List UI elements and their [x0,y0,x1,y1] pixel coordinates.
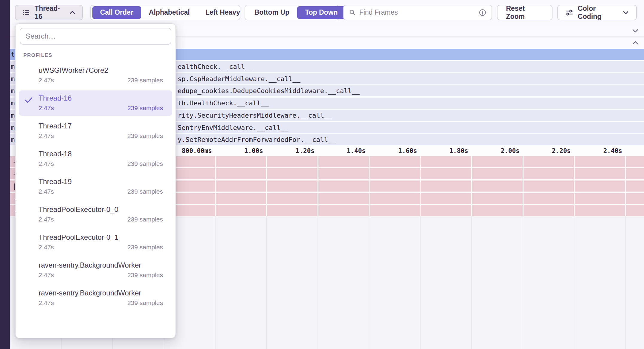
time-gridline [420,156,421,216]
color-coding-label: Color Coding [578,4,618,21]
dropdown-search-placeholder: Search… [26,32,56,40]
profile-name: ThreadPoolExecutor-0_0 [39,205,118,213]
collapse-section-chevron-up-icon[interactable] [631,38,640,47]
axis-tick: 2.40s [574,147,622,154]
profile-item-threadpoolexecutor-0-1[interactable]: ThreadPoolExecutor-0_1 2.47s 239 samples [19,230,172,255]
profile-item-thread-16[interactable]: Thread-16 2.47s 239 samples [19,90,172,116]
profile-name: raven-sentry.BackgroundWorker [39,289,141,297]
find-frames-placeholder: Find Frames [359,8,476,16]
check-placeholder [24,66,39,84]
thread-selector-dropdown: Search… PROFILES uWSGIWorker7Core2 2.47s… [15,23,176,338]
profile-samples: 239 samples [127,160,163,167]
frame-text-fragment: m [11,73,15,84]
frame-label: edupe_cookies.DedupeCookiesMiddleware.__… [178,85,360,96]
time-gridline [318,216,318,349]
time-gridline [266,156,267,216]
expand-section-chevron-down-icon[interactable] [631,26,640,35]
profile-duration: 2.47s [39,104,54,112]
frame-label: sp.CspHeaderMiddleware.__call__ [178,73,300,84]
time-gridline [471,156,472,216]
check-placeholder [24,289,39,306]
profile-name: uWSGIWorker7Core2 [39,66,108,74]
profile-name: Thread-17 [39,122,72,130]
axis-tick: 1.80s [420,147,468,154]
profiles-list: uWSGIWorker7Core2 2.47s 239 samples Thre… [16,61,176,311]
sort-option-call-order[interactable]: Call Order [92,6,141,19]
profile-item-thread-19[interactable]: Thread-19 2.47s 239 samples [19,174,172,199]
profile-samples: 239 samples [127,132,163,139]
profile-duration: 2.47s [39,188,54,195]
profile-item-threadpoolexecutor-0-0[interactable]: ThreadPoolExecutor-0_0 2.47s 239 samples [19,202,172,227]
profile-name: Thread-19 [39,177,72,186]
time-gridline [369,216,369,349]
frame-label: rity.SecurityHeadersMiddleware.__call__ [178,110,332,121]
axis-tick: 1.20s [267,147,315,154]
sliders-icon [564,8,574,17]
reset-zoom-label: Reset Zoom [506,4,544,21]
profile-duration: 2.47s [39,271,54,279]
time-gridline [625,216,626,349]
profile-item-uwsgiworker7core2[interactable]: uWSGIWorker7Core2 2.47s 239 samples [19,63,172,88]
frame-text-fragment: t [11,49,15,60]
profile-samples: 239 samples [127,271,163,279]
check-placeholder [24,122,39,139]
time-gridline [215,156,216,216]
color-coding-button[interactable]: Color Coding [557,5,637,20]
direction-option-bottom-up[interactable]: Bottom Up [247,6,297,19]
axis-tick: 2.00s [472,147,520,154]
profile-samples: 239 samples [127,216,163,223]
frame-label: ealthCheck.__call__ [178,61,253,72]
profile-duration: 2.47s [39,216,54,223]
frame-text-fragment: m [11,134,15,145]
profile-duration: 2.47s [39,299,54,306]
thread-selector-label: Thread-16 [35,4,64,21]
frame-text-fragment: m [11,85,15,96]
profile-name: raven-sentry.BackgroundWorker [39,261,141,269]
direction-segmented-control: Bottom Up Top Down [245,5,339,20]
dropdown-search-input[interactable]: Search… [20,28,171,45]
frame-text-fragment: m [11,122,15,133]
profile-duration: 2.47s [39,77,54,84]
check-placeholder [24,150,39,167]
profile-name: Thread-16 [39,94,72,102]
time-gridline [523,216,523,349]
list-icon [22,8,30,17]
search-icon [349,9,356,16]
profile-name: Thread-18 [39,150,72,158]
sort-option-alphabetical[interactable]: Alphabetical [141,6,198,19]
flamegraph-toolbar: Thread-16 Call Order Alphabetical Left H… [10,0,644,25]
app-sidebar-strip [0,0,10,349]
profile-item-raven-sentry-backgroundworker-2[interactable]: raven-sentry.BackgroundWorker 2.47s 239 … [19,285,172,311]
frame-label: SentryEnvMiddleware.__call__ [178,122,289,133]
chevron-down-icon [622,9,630,16]
reset-zoom-button[interactable]: Reset Zoom [497,5,553,20]
find-frames-input[interactable]: Find Frames [343,5,492,20]
axis-tick: 1.60s [369,147,417,154]
profiles-section-label: PROFILES [23,52,168,58]
chevron-up-icon [68,9,76,16]
axis-tick: 1.40s [318,147,366,154]
profile-samples: 239 samples [127,244,163,251]
profile-item-thread-18[interactable]: Thread-18 2.47s 239 samples [19,146,172,172]
time-gridline [420,216,421,349]
time-gridline [318,156,318,216]
profile-duration: 2.47s [39,160,54,167]
time-gridline [523,156,524,216]
profile-item-thread-17[interactable]: Thread-17 2.47s 239 samples [19,118,172,144]
check-placeholder [24,205,39,223]
info-icon[interactable] [478,8,487,17]
profile-samples: 239 samples [127,77,163,84]
profile-duration: 2.47s [39,132,54,139]
time-gridline [574,216,574,349]
check-placeholder [24,261,39,279]
thread-selector-button[interactable]: Thread-16 [15,5,83,20]
direction-option-top-down[interactable]: Top Down [297,6,345,19]
sort-option-left-heavy[interactable]: Left Heavy [198,6,248,19]
profile-item-raven-sentry-backgroundworker-1[interactable]: raven-sentry.BackgroundWorker 2.47s 239 … [19,257,172,283]
time-gridline [574,156,575,216]
profile-name: ThreadPoolExecutor-0_1 [39,233,118,241]
time-gridline [266,216,267,349]
checkmark-icon [24,94,39,112]
frame-text-fragment: m [11,98,15,109]
frame-label: y.SetRemoteAddrFromForwardedFor.__call__ [178,134,336,145]
